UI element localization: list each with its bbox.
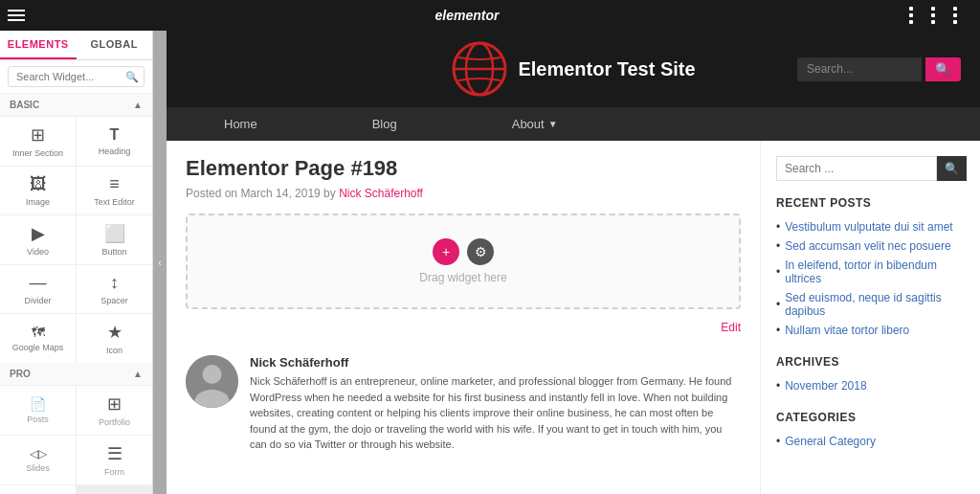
recent-post-link[interactable]: Sed euismod, neque id sagittis dapibus [785,291,965,318]
widget-slides[interactable]: ◁▷ Slides [0,436,76,484]
spacer-label: Spacer [100,296,128,305]
slides-label: Slides [26,463,50,473]
panel-collapse-arrow[interactable]: ‹ [153,31,167,494]
widget-video[interactable]: ▶ Video [0,215,76,264]
pro-collapse-icon[interactable]: ▲ [133,369,143,379]
panel-search: 🔍 [0,60,152,94]
site-search-input[interactable] [797,57,922,81]
recent-post-link[interactable]: Vestibulum vulputate dui sit amet [785,220,952,234]
search-icon: 🔍 [125,71,139,83]
image-label: Image [26,197,50,207]
portfolio-icon: ⊞ [107,393,122,415]
icon-label: Icon [106,346,122,355]
inner-section-icon: ⊞ [31,124,45,146]
author-link[interactable]: Nick Schäferhoff [339,187,423,200]
recent-posts-list: Vestibulum vulputate dui sit amet Sed ac… [776,217,965,340]
widget-icon[interactable]: ★ Icon [77,314,152,363]
main-content: Elementor Page #198 Posted on March 14, … [167,141,760,494]
sidebar-search: 🔍 [776,156,965,181]
author-info: Nick Schäferhoff Nick Schäferhoff is an … [250,355,741,453]
author-box: Nick Schäferhoff Nick Schäferhoff is an … [186,346,741,462]
list-item: Sed euismod, neque id sagittis dapibus [776,288,965,321]
basic-section-header: BASIC ▲ [0,94,152,117]
widget-spacer[interactable]: ↕ Spacer [77,265,152,313]
sidebar-search-button[interactable]: 🔍 [937,156,967,181]
basic-collapse-icon[interactable]: ▲ [133,100,143,110]
archives-title: ARCHIVES [776,355,965,369]
list-item: Sed accumsan velit nec posuere [776,236,965,256]
divider-icon: — [30,273,47,293]
tab-global[interactable]: GLOBAL [77,31,153,59]
edit-link[interactable]: Edit [186,321,741,334]
divider-label: Divider [24,296,51,305]
categories-title: CATEGORIES [776,411,965,424]
widget-login[interactable]: 👤 Login [0,485,76,494]
main-area: ELEMENTS GLOBAL 🔍 BASIC ▲ ⊞ Inner Sectio… [0,31,980,494]
basic-widgets-grid: ⊞ Inner Section T Heading 🖼 Image ≡ Text… [0,117,152,363]
settings-button[interactable]: ⚙ [467,238,494,265]
recent-post-link[interactable]: Nullam vitae tortor libero [785,324,909,337]
author-bio: Nick Schäferhoff is an entrepreneur, onl… [250,373,741,453]
post-title: Elementor Page #198 [186,156,741,181]
post-meta: Posted on March 14, 2019 by Nick Schäfer… [186,187,741,200]
archive-link[interactable]: November 2018 [785,379,866,393]
icon-widget-icon: ★ [107,322,122,343]
right-content: Elementor Test Site 🔍 Home Blog About ▼ [167,31,980,494]
about-dropdown-icon: ▼ [548,119,558,129]
tab-elements[interactable]: ELEMENTS [0,31,77,59]
hamburger-menu[interactable] [8,10,25,21]
widget-text-editor[interactable]: ≡ Text Editor [77,167,152,214]
widget-posts[interactable]: 📄 Posts [0,386,76,435]
recent-post-link[interactable]: Sed accumsan velit nec posuere [785,239,950,253]
elementor-dropzone: + ⚙ Drag widget here [186,213,741,309]
button-label: Button [101,247,126,257]
categories-list: General Category [776,432,965,451]
form-label: Form [104,467,124,477]
pro-section-header: PRO ▲ [0,363,152,386]
left-panel: ELEMENTS GLOBAL 🔍 BASIC ▲ ⊞ Inner Sectio… [0,31,153,494]
dropzone-buttons: + ⚙ [433,238,494,265]
widget-heading[interactable]: T Heading [77,117,152,166]
nav-item-blog[interactable]: Blog [315,107,455,141]
author-name: Nick Schäferhoff [250,355,741,370]
nav-item-home[interactable]: Home [167,107,315,141]
widget-button[interactable]: ⬜ Button [77,215,152,264]
widget-google-maps[interactable]: 🗺 Google Maps [0,314,76,363]
sidebar-search-input[interactable] [776,156,937,181]
pro-widgets-grid: 📄 Posts ⊞ Portfolio ◁▷ Slides ☰ Form 👤 [0,386,152,494]
widget-inner-section[interactable]: ⊞ Inner Section [0,117,76,166]
list-item: November 2018 [776,376,965,395]
nav-item-about[interactable]: About ▼ [455,107,615,141]
widget-form[interactable]: ☰ Form [77,436,152,484]
list-item: Nullam vitae tortor libero [776,321,965,340]
sidebar: 🔍 RECENT POSTS Vestibulum vulputate dui … [760,141,980,494]
inner-section-label: Inner Section [12,148,63,158]
widget-divider[interactable]: — Divider [0,265,76,313]
posted-on-text: Posted on March 14, 2019 by [186,187,336,200]
grid-menu-icon[interactable] [909,7,972,24]
widget-image[interactable]: 🖼 Image [0,167,76,214]
widget-portfolio[interactable]: ⊞ Portfolio [77,386,152,435]
top-bar: elementor [0,0,980,31]
basic-label: BASIC [10,100,39,110]
site-title: Elementor Test Site [518,58,695,80]
panel-tabs: ELEMENTS GLOBAL [0,31,152,60]
site-search-button[interactable]: 🔍 [925,57,961,81]
video-label: Video [27,247,49,257]
video-icon: ▶ [32,223,45,244]
avatar-image [186,355,238,408]
site-logo: Elementor Test Site [451,40,697,98]
spacer-icon: ↕ [110,273,119,293]
category-link[interactable]: General Category [785,435,876,448]
form-icon: ☰ [107,443,122,464]
text-editor-icon: ≡ [109,174,120,194]
posts-label: Posts [27,415,49,424]
recent-posts-title: RECENT POSTS [776,196,965,210]
google-maps-label: Google Maps [12,343,64,352]
recent-post-link[interactable]: In eleifend, tortor in bibendum ultrices [785,258,965,285]
search-input[interactable] [8,66,145,87]
elementor-logo: elementor [435,8,500,23]
add-widget-button[interactable]: + [433,238,459,265]
list-item: General Category [776,432,965,451]
site-header: Elementor Test Site 🔍 [167,31,980,107]
